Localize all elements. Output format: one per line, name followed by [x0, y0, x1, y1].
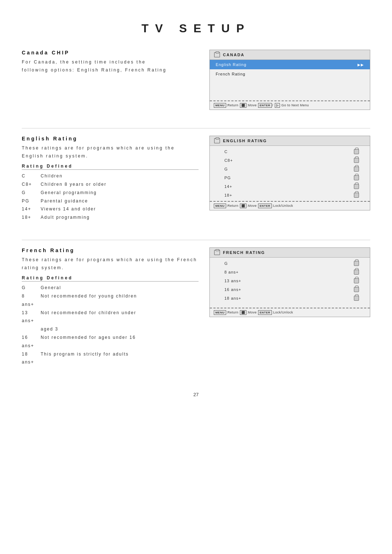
canada-panel-body: English Rating ▶▶ French Rating — [210, 60, 370, 79]
english-panel-header: ENGLISH RATING — [210, 136, 370, 146]
canada-english-arrows: ▶▶ — [358, 63, 364, 67]
rating-label: 8 ans+ — [224, 270, 238, 274]
french-section: French Rating These ratings are for prog… — [22, 247, 370, 366]
rating-code: C8+ — [22, 180, 35, 189]
french-heading: French Rating — [22, 247, 199, 253]
canada-panel-header: CANADA — [210, 50, 370, 60]
rating-item-8ans[interactable]: 8 ans+ — [210, 268, 370, 276]
english-body: These ratings are for programs which are… — [22, 144, 199, 160]
french-panel-footer: MENU:Return ⬛:Move ENTER:Lock/Unlock — [210, 308, 370, 317]
rating-code: 14+ — [22, 205, 35, 213]
rating-desc: General programming — [41, 189, 199, 197]
rating-row: G General — [22, 284, 199, 292]
rating-code: PG — [22, 197, 35, 205]
rating-item-13ans[interactable]: 13 ans+ — [210, 276, 370, 285]
rating-label: C8+ — [224, 158, 233, 163]
move-key: ⬛ — [240, 103, 247, 108]
d-key: ▷ — [275, 103, 280, 108]
rating-label: 14+ — [224, 184, 232, 189]
rating-code: G — [22, 189, 35, 197]
french-rating-table: G General 8 ans+ Not recommended for you… — [22, 284, 199, 366]
rating-row: PG Parental guidance — [22, 197, 199, 205]
rating-label: 18 ans+ — [224, 296, 241, 300]
rating-label: 13 ans+ — [224, 279, 241, 283]
english-panel-footer: MENU:Return ⬛:Move ENTER:Lock/Unlock — [210, 201, 370, 210]
content-area: Canada CHIP For Canada, the setting time… — [22, 50, 370, 377]
page-title: TV SETUP — [22, 22, 370, 35]
page-number: 27 — [22, 392, 370, 397]
rating-item-14[interactable]: 14+ — [210, 182, 370, 191]
english-text: English Rating These ratings are for pro… — [22, 136, 199, 222]
lock-icon — [354, 193, 359, 198]
rating-label: 18+ — [224, 193, 232, 197]
canada-text: Canada CHIP For Canada, the setting time… — [22, 50, 199, 110]
rating-item-18ans[interactable]: 18 ans+ — [210, 294, 370, 303]
move-key: ⬛ — [240, 204, 247, 208]
canada-english-rating-item[interactable]: English Rating ▶▶ — [210, 60, 370, 69]
rating-label: G — [224, 167, 228, 171]
menu-key: MENU — [214, 204, 226, 208]
rating-label: G — [224, 261, 228, 266]
french-ui-panel: FRENCH RATING G 8 ans+ 13 ans+ — [209, 247, 370, 366]
rating-item-16ans[interactable]: 16 ans+ — [210, 285, 370, 294]
english-rating-defined-label: Rating Defined — [22, 164, 199, 170]
lock-icon — [354, 261, 359, 266]
french-body: These ratings are for programs which are… — [22, 256, 199, 272]
lock-icon — [354, 158, 359, 163]
rating-desc: This program is strictly for adults — [41, 350, 199, 367]
rating-row: C Children — [22, 172, 199, 180]
rating-desc: Parental guidance — [41, 197, 199, 205]
canada-body: For Canada, the setting time includes th… — [22, 58, 199, 74]
rating-desc: Not recommended for ages under 16 — [41, 333, 199, 350]
rating-code: 13 ans+ — [22, 309, 35, 325]
menu-key: MENU — [214, 310, 226, 315]
rating-item-g[interactable]: G — [210, 165, 370, 173]
rating-item-18[interactable]: 18+ — [210, 191, 370, 200]
lock-icon — [354, 296, 359, 301]
rating-desc: Children 8 years or older — [41, 180, 199, 189]
rating-item-g[interactable]: G — [210, 259, 370, 268]
rating-code: 18 ans+ — [22, 350, 35, 367]
rating-desc: General — [41, 284, 199, 292]
french-panel-header: FRENCH RATING — [210, 248, 370, 258]
rating-code: 18+ — [22, 213, 35, 222]
enter-key: ENTER — [258, 310, 272, 315]
rating-row: 8 ans+ Not recommended for young childre… — [22, 292, 199, 309]
menu-key: MENU — [214, 103, 226, 108]
rating-desc: Not recommended for young children — [41, 292, 199, 309]
canada-panel: CANADA English Rating ▶▶ French Rating M… — [209, 50, 370, 110]
divider-1 — [22, 128, 370, 128]
rating-row: 16 ans+ Not recommended for ages under 1… — [22, 333, 199, 350]
rating-desc: Viewers 14 and older — [41, 205, 199, 213]
rating-row: 18 ans+ This program is strictly for adu… — [22, 350, 199, 367]
canada-ui-panel: CANADA English Rating ▶▶ French Rating M… — [209, 50, 370, 110]
divider-2 — [22, 240, 370, 240]
rating-desc: Adult programming — [41, 213, 199, 222]
rating-desc: Children — [41, 172, 199, 180]
move-key: ⬛ — [240, 310, 247, 315]
tv-icon — [214, 250, 220, 255]
rating-code: G — [22, 284, 35, 292]
lock-icon — [354, 167, 359, 172]
lock-icon — [354, 184, 359, 189]
english-panel: ENGLISH RATING C C8+ G — [209, 136, 370, 210]
rating-code: C — [22, 172, 35, 180]
english-rating-table: C Children C8+ Children 8 years or older… — [22, 172, 199, 222]
rating-code: 16 ans+ — [22, 333, 35, 350]
french-panel: FRENCH RATING G 8 ans+ 13 ans+ — [209, 247, 370, 317]
rating-item-c8[interactable]: C8+ — [210, 156, 370, 165]
enter-key: ENTER — [258, 204, 272, 208]
tv-icon — [214, 138, 220, 143]
canada-french-rating-item[interactable]: French Rating — [210, 69, 370, 79]
rating-row: 13 ans+ Not recommended for children und… — [22, 309, 199, 325]
rating-label: 16 ans+ — [224, 287, 241, 292]
rating-desc: aged 3 — [41, 325, 199, 333]
rating-desc: Not recommended for children under — [41, 309, 199, 325]
rating-code — [22, 325, 35, 333]
canada-french-rating-label: French Rating — [216, 72, 245, 76]
canada-english-rating-label: English Rating — [216, 62, 246, 67]
lock-icon — [354, 149, 359, 154]
rating-item-pg[interactable]: PG — [210, 173, 370, 182]
rating-item-c[interactable]: C — [210, 147, 370, 156]
english-heading: English Rating — [22, 136, 199, 141]
